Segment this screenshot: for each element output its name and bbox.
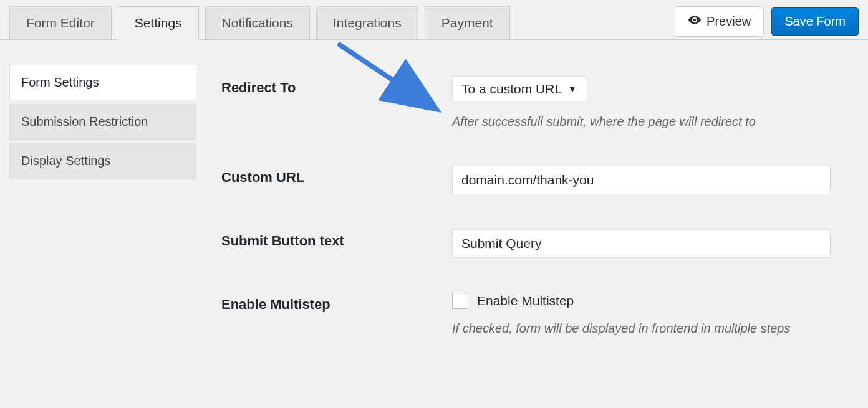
custom-url-label: Custom URL	[221, 166, 452, 186]
sidebar-item-display-settings[interactable]: Display Settings	[9, 143, 196, 179]
redirect-label: Redirect To	[221, 76, 452, 96]
multistep-checkbox[interactable]	[452, 293, 468, 309]
sidebar-item-form-settings[interactable]: Form Settings	[9, 65, 196, 100]
tab-settings[interactable]: Settings	[118, 6, 199, 40]
tab-form-editor[interactable]: Form Editor	[9, 6, 112, 39]
eye-icon	[688, 13, 702, 30]
multistep-help: If checked, form will be displayed in fr…	[452, 319, 831, 338]
redirect-help: After successfull submit, where the page…	[452, 112, 831, 131]
submit-text-label: Submit Button text	[221, 229, 452, 249]
multistep-checkbox-label: Enable Multistep	[477, 293, 574, 308]
redirect-select[interactable]: To a custom URL ▼	[452, 76, 586, 102]
custom-url-input[interactable]	[452, 166, 831, 194]
save-button[interactable]: Save Form	[771, 7, 859, 36]
tab-notifications[interactable]: Notifications	[205, 6, 310, 39]
save-label: Save Form	[784, 14, 846, 29]
preview-label: Preview	[706, 14, 751, 29]
redirect-select-value: To a custom URL	[461, 82, 562, 97]
preview-button[interactable]: Preview	[675, 6, 764, 37]
sidebar-item-submission-restriction[interactable]: Submission Restriction	[9, 104, 196, 140]
chevron-down-icon: ▼	[568, 84, 577, 94]
tab-payment[interactable]: Payment	[425, 6, 510, 39]
multistep-label: Enable Multistep	[221, 293, 452, 313]
submit-text-input[interactable]	[452, 229, 831, 258]
tab-integrations[interactable]: Integrations	[316, 6, 418, 39]
